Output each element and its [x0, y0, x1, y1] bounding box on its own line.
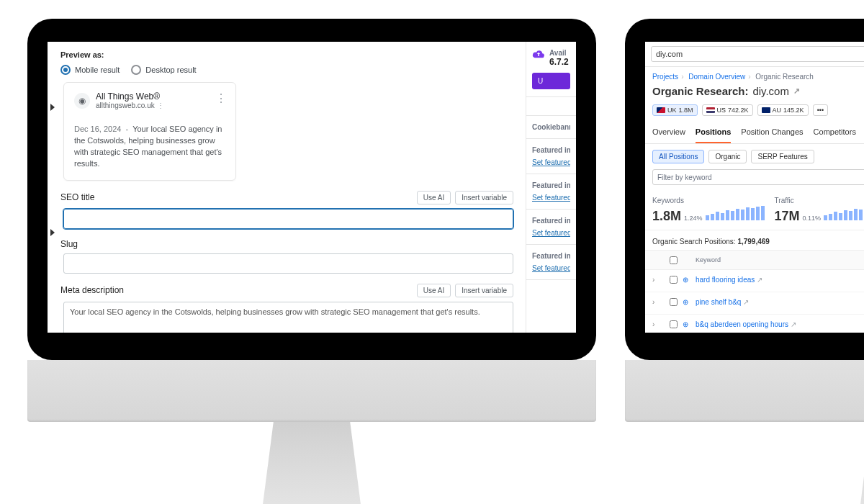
meta-desc-input[interactable] — [63, 302, 513, 333]
new-keyword-icon: ⊕ — [683, 276, 693, 284]
row-checkbox[interactable] — [670, 298, 678, 306]
tab-competitors[interactable]: Competitors — [814, 122, 856, 143]
update-button[interactable]: U — [532, 73, 570, 89]
new-keyword-icon: ⊕ — [683, 298, 693, 306]
preview-snippet: Dec 16, 2024 - Your local SEO agency in … — [74, 124, 225, 170]
insert-variable-button[interactable]: Insert variable — [455, 191, 513, 204]
set-featured-image-link[interactable]: Set featured i — [532, 264, 570, 272]
keyword-link[interactable]: b&q aberdeen opening hours ↗ — [696, 320, 864, 328]
osp-value: 1,799,469 — [737, 238, 770, 246]
select-all-checkbox[interactable] — [670, 256, 678, 264]
radio-mobile-result[interactable]: Mobile result — [60, 65, 120, 75]
subtab-all-positions[interactable]: All Positions — [652, 150, 704, 163]
slug-label: Slug — [60, 239, 78, 249]
table-row: ›⊕pine shelf b&q ↗T★ ▦ 15 — [645, 292, 864, 315]
breadcrumb: Projects› Domain Overview› Organic Resea… — [645, 67, 864, 81]
use-ai-button[interactable]: Use AI — [417, 284, 451, 297]
row-checkbox[interactable] — [670, 320, 678, 328]
meta-desc-label: Meta description — [60, 285, 124, 295]
external-link-icon[interactable]: ↗ — [743, 298, 749, 306]
tab-overview[interactable]: Overview — [652, 122, 685, 143]
preview-brand: All Things Web® — [96, 91, 164, 102]
expand-row-icon[interactable]: › — [652, 298, 667, 306]
availability-label: Avail — [549, 49, 569, 57]
subtab-serp-features[interactable]: SERP Features — [751, 150, 814, 163]
row-checkbox[interactable] — [670, 276, 678, 284]
table-row: ›⊕hard flooring ideas ↗C▤ ▦ 17 — [645, 270, 864, 292]
tab-positions[interactable]: Positions — [696, 122, 732, 143]
country-badge-us[interactable]: US 742.2K — [702, 104, 753, 116]
set-featured-image-link[interactable]: Set featured i — [532, 158, 570, 166]
cloud-upload-icon — [532, 49, 545, 59]
preview-as-label: Preview as: — [60, 50, 513, 59]
caret-icon — [50, 104, 55, 111]
seo-title-label: SEO title — [60, 192, 94, 202]
serp-preview-card[interactable]: ⋮ ◉ All Things Web® allthingsweb.co.uk ⋮… — [63, 82, 236, 181]
slug-input[interactable] — [63, 253, 513, 274]
table-row: ›⊕b&q aberdeen opening hours ↗C◎ ▦ 6 — [645, 315, 864, 333]
seo-title-input[interactable] — [63, 209, 513, 229]
osp-label: Organic Search Positions: — [652, 238, 736, 246]
set-featured-image-link[interactable]: Set featured i — [532, 229, 570, 237]
external-link-icon[interactable]: ↗ — [757, 276, 762, 284]
use-ai-button[interactable]: Use AI — [417, 191, 451, 204]
sparkline-traffic — [824, 204, 864, 220]
stat-keywords-value: 1.8M — [652, 209, 681, 224]
set-featured-image-link[interactable]: Set featured i — [532, 194, 570, 202]
new-keyword-icon: ⊕ — [683, 320, 693, 328]
featured-image-label: Featured ima — [532, 181, 570, 189]
featured-image-label: Featured ima — [532, 252, 570, 260]
keyword-link[interactable]: pine shelf b&q ↗ — [696, 298, 864, 306]
external-link-icon[interactable]: ↗ — [791, 320, 796, 328]
radio-mobile-label: Mobile result — [75, 66, 120, 74]
featured-image-label: Featured ima — [532, 217, 570, 225]
crumb-projects[interactable]: Projects — [652, 73, 678, 81]
stat-traffic-pct: 0.11% — [803, 215, 822, 222]
stat-traffic-value: 17M — [775, 209, 800, 224]
more-countries-button[interactable]: ••• — [813, 104, 828, 116]
page-title: Organic Research: diy.com ↗ — [645, 81, 864, 102]
stat-keywords-label: Keywords — [652, 197, 765, 204]
keyword-filter-input[interactable]: Filter by keyword🔍 — [652, 169, 864, 185]
kebab-icon[interactable]: ⋮ — [215, 91, 227, 105]
sparkline-keywords — [706, 204, 765, 220]
expand-row-icon[interactable]: › — [652, 320, 667, 328]
right-sidebar: Avail 6.7.2 U Cookiebanne Featured imaSe… — [526, 42, 576, 333]
version-text: 6.7.2 — [549, 57, 569, 67]
cookiebanner-label: Cookiebanne — [532, 123, 570, 131]
table-header: Keyword Intent Position ≡ SF — [645, 250, 864, 270]
country-badge-uk[interactable]: UK 1.8M — [652, 104, 698, 116]
main-tabs: Overview Positions Position Changes Comp… — [645, 122, 864, 144]
crumb-current: Organic Research — [755, 73, 814, 81]
insert-variable-button[interactable]: Insert variable — [455, 284, 513, 297]
preview-url: allthingsweb.co.uk ⋮ — [96, 102, 164, 109]
crumb-domain-overview[interactable]: Domain Overview — [688, 73, 745, 81]
stat-traffic-label: Traffic — [775, 197, 864, 204]
col-keyword[interactable]: Keyword — [696, 256, 864, 264]
country-badge-au[interactable]: AU 145.2K — [757, 104, 809, 116]
caret-icon — [50, 229, 55, 236]
radio-desktop-label: Desktop result — [145, 66, 196, 74]
tab-position-changes[interactable]: Position Changes — [741, 122, 803, 143]
external-link-icon[interactable]: ↗ — [793, 86, 800, 96]
featured-image-label: Featured ima — [532, 146, 570, 154]
domain-input[interactable]: diy.com✕ — [651, 46, 864, 62]
expand-row-icon[interactable]: › — [652, 276, 667, 284]
keyword-link[interactable]: hard flooring ideas ↗ — [696, 276, 864, 284]
radio-desktop-result[interactable]: Desktop result — [131, 65, 196, 75]
subtab-organic[interactable]: Organic — [708, 150, 747, 163]
globe-icon: ◉ — [74, 93, 90, 109]
stat-keywords-pct: 1.24% — [684, 215, 703, 222]
